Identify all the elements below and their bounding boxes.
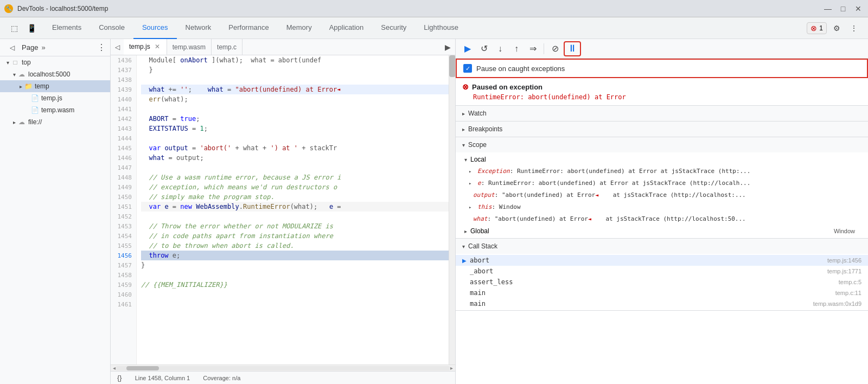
source-tab-tempjs[interactable]: temp.js ✕	[124, 39, 167, 55]
line-num-1448: 1448	[111, 172, 136, 182]
step-out-button[interactable]: ↑	[509, 41, 524, 56]
error-dot-icon: ⊗	[810, 24, 817, 33]
folder-icon-top: □	[11, 59, 20, 66]
close-button[interactable]: ✕	[853, 3, 864, 14]
callstack-header[interactable]: ▾ Call Stack	[456, 239, 868, 254]
source-tab-tempjs-label: temp.js	[129, 43, 150, 50]
callstack-entry-_abort[interactable]: ▶ _abort temp.js:1771	[456, 266, 868, 277]
exception-expand-icon: ▸	[469, 169, 471, 174]
scope-section: ▾ Scope ▾ Local ▸ Exception: RuntimeErro…	[456, 137, 868, 239]
line-num-1440: 1440	[111, 94, 136, 104]
source-panel: ◁ temp.js ✕ temp.wasm temp.c ▶ 1436 1437…	[111, 39, 456, 384]
source-tab-tempwasm[interactable]: temp.wasm	[167, 39, 212, 55]
code-line-1445: var output = 'abort(' + what + ') at ' +…	[141, 143, 449, 153]
code-line-1446: what = output;	[141, 153, 449, 163]
source-tab-tempc[interactable]: temp.c	[212, 39, 242, 55]
file-tree-more-icon[interactable]: ⋮	[97, 42, 106, 53]
inspect-icon[interactable]: ⬚	[7, 21, 22, 36]
tree-item-tempwasm[interactable]: 📄 temp.wasm	[0, 104, 110, 116]
tree-item-file[interactable]: ▸ ☁ file://	[0, 116, 110, 128]
pause-exceptions-button[interactable]: ⏸	[564, 41, 581, 56]
scope-entry-this[interactable]: ▸ this: Window	[456, 201, 868, 213]
tree-item-tempjs[interactable]: 📄 temp.js	[0, 92, 110, 104]
vertical-scrollbar[interactable]	[449, 55, 455, 364]
line-num-1449: 1449	[111, 182, 136, 192]
tab-performance[interactable]: Performance	[220, 17, 277, 39]
scope-global-header[interactable]: ▸ Global Window	[456, 225, 868, 237]
callstack-inactive-icon: ▶	[462, 268, 467, 274]
code-line-1459: // {{MEM_INITIALIZER}}	[141, 280, 449, 290]
file-tree: ▾ □ top ▾ ☁ localhost:5000 ▸ 📁 temp	[0, 56, 110, 384]
callstack-entry-main-wasm[interactable]: ▶ main temp.wasm:0x1d9	[456, 298, 868, 309]
callstack-inactive2-icon: ▶	[462, 279, 467, 285]
file-tree-panel: ◁ Page » ⋮ ▾ □ top ▾ ☁ localhost:5000	[0, 39, 111, 384]
scope-local-header[interactable]: ▾ Local	[456, 153, 868, 165]
exception-error-icon: ⊗	[462, 82, 469, 91]
scrollbar-thumb	[449, 55, 455, 77]
step-button[interactable]: ⇒	[525, 41, 540, 56]
debugger-panel: ▶ ↺ ↓ ↑ ⇒ ⊘ ⏸ Pause on caught exceptions…	[456, 39, 868, 384]
maximize-button[interactable]: □	[838, 3, 848, 14]
scope-content: ▾ Local ▸ Exception: RuntimeError: abort…	[456, 152, 868, 238]
tab-application[interactable]: Application	[321, 17, 373, 39]
source-tab-tempc-label: temp.c	[217, 43, 237, 51]
callstack-arrow-icon: ▾	[462, 244, 465, 249]
tab-memory[interactable]: Memory	[278, 17, 321, 39]
source-tab-tempjs-close[interactable]: ✕	[154, 43, 161, 50]
code-line-1441	[141, 104, 449, 114]
scope-entry-output[interactable]: output: "abort(undefined) at Error◄ at j…	[456, 189, 868, 201]
callstack-entry-abort[interactable]: ▶ abort temp.js:1456	[456, 255, 868, 266]
tab-lighthouse[interactable]: Lighthouse	[415, 17, 467, 39]
tree-item-localhost[interactable]: ▾ ☁ localhost:5000	[0, 68, 110, 80]
source-tab-tempwasm-label: temp.wasm	[173, 43, 206, 51]
error-count: 1	[819, 24, 823, 32]
tree-arrow-temp: ▸	[17, 84, 24, 89]
minimize-button[interactable]: —	[822, 3, 833, 14]
deactivate-breakpoints-icon[interactable]: ⊘	[547, 41, 563, 56]
scope-header[interactable]: ▾ Scope	[456, 137, 868, 152]
line-num-1456: 1456	[111, 251, 136, 260]
callstack-entry-main-c[interactable]: ▶ main temp.c:11	[456, 287, 868, 298]
breakpoints-header[interactable]: ▸ Breakpoints	[456, 121, 868, 137]
source-tab-more-icon[interactable]: ▶	[440, 43, 455, 52]
tab-console[interactable]: Console	[90, 17, 133, 39]
device-toggle-icon[interactable]: 📱	[24, 21, 39, 36]
step-over-button[interactable]: ↺	[476, 41, 492, 56]
tab-sources[interactable]: Sources	[133, 17, 177, 39]
tree-item-temp[interactable]: ▸ 📁 temp	[0, 80, 110, 92]
scope-entry-what[interactable]: what: "abort(undefined) at Error◄ at jsS…	[456, 213, 868, 225]
watch-header[interactable]: ▸ Watch	[456, 106, 868, 121]
scope-entry-exception[interactable]: ▸ Exception: RuntimeError: abort(undefin…	[456, 165, 868, 177]
back-icon[interactable]: ◁	[4, 40, 20, 55]
debugger-content[interactable]: ⊗ Paused on exception RuntimeError: abor…	[456, 78, 868, 384]
tree-item-top[interactable]: ▾ □ top	[0, 56, 110, 68]
callstack-section: ▾ Call Stack ▶ abort temp.js:1456 ▶ _abo…	[456, 239, 868, 311]
watch-section: ▸ Watch	[456, 106, 868, 121]
tree-arrow-file: ▸	[11, 119, 17, 125]
line-num-1461: 1461	[111, 299, 136, 309]
scroll-right-icon[interactable]: ▸	[450, 365, 453, 371]
wasm-file-icon: 📄	[30, 106, 39, 114]
error-badge[interactable]: ⊗ 1	[807, 22, 827, 34]
source-code-area[interactable]: 1436 1437 1438 1439 1440 1441 1442 1443 …	[111, 55, 455, 364]
callstack-entry-assert_less[interactable]: ▶ assert_less temp.c:5	[456, 277, 868, 287]
resume-button[interactable]: ▶	[460, 41, 475, 56]
tab-network[interactable]: Network	[177, 17, 220, 39]
code-line-1454: // in code paths apart from instantiatio…	[141, 231, 449, 241]
scope-entry-e[interactable]: ▸ e: RuntimeError: abort(undefined) at E…	[456, 177, 868, 189]
pause-exception-checkbox[interactable]	[463, 64, 472, 73]
tab-elements[interactable]: Elements	[43, 17, 90, 39]
horizontal-scrollbar[interactable]: ◂ ▸	[111, 364, 455, 371]
tab-security[interactable]: Security	[372, 17, 415, 39]
line-num-1444: 1444	[111, 133, 136, 143]
code-line-1455: // to be thrown when abort is called.	[141, 241, 449, 251]
title-bar: 🔧 DevTools - localhost:5000/temp — □ ✕	[0, 0, 868, 17]
step-into-button[interactable]: ↓	[493, 41, 508, 56]
scroll-thumb	[126, 366, 159, 370]
line-num-1437: 1437	[111, 65, 136, 75]
settings-icon[interactable]: ⚙	[829, 21, 844, 36]
exception-banner: ⊗ Paused on exception RuntimeError: abor…	[456, 78, 868, 106]
source-back-icon[interactable]: ◁	[111, 40, 124, 55]
line-num-1451: 1451	[111, 202, 136, 212]
more-options-icon[interactable]: ⋮	[846, 21, 861, 36]
